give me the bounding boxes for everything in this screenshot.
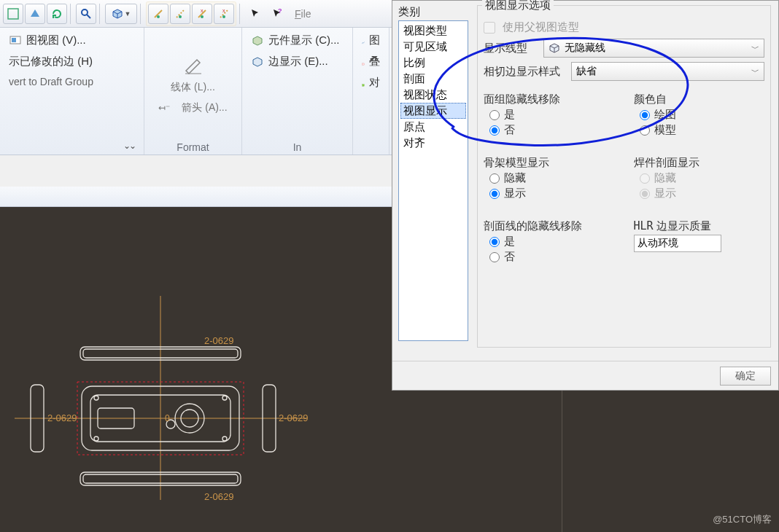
toolbar-slash-4[interactable]: x: [214, 4, 234, 24]
ribbon-show-modified-edges[interactable]: 示已修改的边 (H): [6, 53, 138, 70]
tangent-dropdown[interactable]: 缺省 ﹀: [571, 62, 764, 81]
svg-point-7: [179, 15, 182, 18]
line-type-label: 显示线型: [484, 42, 536, 55]
color-from-title: 颜色自: [634, 93, 765, 106]
cat-align[interactable]: 对齐: [400, 135, 466, 151]
panel-title-1: [6, 151, 138, 153]
cat-view-type[interactable]: 视图类型: [400, 23, 466, 39]
dim-label-right: 2-0629: [279, 412, 308, 423]
categories-label: 类别: [398, 5, 468, 19]
toolbar-btn-1[interactable]: [3, 4, 23, 24]
svg-point-34: [222, 396, 227, 400]
ribbon-line-style[interactable]: 线体 (L)...: [168, 79, 218, 95]
ribbon-p4-1[interactable]: 图: [359, 32, 383, 49]
panel-title-3: In: [248, 139, 346, 153]
svg-text:x: x: [201, 8, 204, 13]
svg-line-3: [87, 15, 90, 18]
ok-button[interactable]: 确定: [720, 367, 771, 386]
line-type-dropdown[interactable]: 无隐藏线 ﹀: [543, 39, 764, 58]
view-display-dialog: 类别 视图类型 可见区域 比例 剖面 视图状态 视图显示 原点 对齐 视图显示选…: [392, 0, 779, 391]
toolbar-btn-cube[interactable]: ▼: [105, 4, 137, 24]
cat-view-state[interactable]: 视图状态: [400, 87, 466, 103]
toolbar-pointer[interactable]: [245, 4, 266, 24]
weld-show: 显示: [640, 187, 765, 200]
toolbar-help[interactable]: ?: [267, 4, 287, 24]
ribbon-p4-3[interactable]: 对: [359, 74, 383, 91]
facet-hidden-title: 面组隐藏线移除: [484, 93, 615, 106]
cat-scale[interactable]: 比例: [400, 55, 466, 71]
panel-expand-1[interactable]: ⌄⌄: [6, 141, 138, 151]
weld-hide: 隐藏: [640, 171, 765, 185]
chevron-down-icon: ﹀: [751, 43, 759, 54]
svg-text:x: x: [222, 8, 225, 13]
color-model[interactable]: 模型: [640, 123, 765, 137]
skel-title: 骨架模型显示: [484, 156, 615, 170]
cube-icon: [549, 42, 560, 54]
ribbon-edge-display[interactable]: 边显示 (E)...: [248, 53, 346, 70]
facet-yes[interactable]: 是: [489, 108, 615, 122]
file-menu[interactable]: FFileile: [295, 8, 311, 20]
tangent-label: 相切边显示样式: [484, 65, 564, 79]
cat-visible-area[interactable]: 可见区域: [400, 39, 466, 55]
pencil-icon: [182, 56, 204, 75]
cat-section[interactable]: 剖面: [400, 71, 466, 87]
svg-rect-16: [12, 38, 16, 42]
svg-point-36: [222, 437, 227, 441]
weld-title: 焊件剖面显示: [634, 156, 765, 170]
group-title: 视图显示选项: [482, 0, 554, 12]
category-list[interactable]: 视图类型 可见区域 比例 剖面 视图状态 视图显示 原点 对齐: [398, 20, 468, 341]
svg-point-10: [201, 15, 204, 18]
sect-no[interactable]: 否: [489, 250, 615, 264]
chevron-down-icon: ﹀: [751, 66, 759, 77]
svg-point-33: [94, 396, 98, 400]
ribbon-component-display[interactable]: 元件显示 (C)...: [248, 32, 346, 49]
toolbar-slash-group: x x: [146, 1, 236, 26]
svg-text:?: ?: [278, 8, 282, 15]
sect-yes[interactable]: 是: [489, 235, 615, 249]
cad-drawing: 2-0629 2-0629 2-0629 0 2-0629: [15, 252, 321, 515]
svg-point-13: [222, 15, 225, 18]
color-draw[interactable]: 绘图: [640, 108, 765, 122]
section-hidden-title: 剖面线的隐藏线移除: [484, 219, 615, 233]
cat-view-display[interactable]: 视图显示: [400, 103, 466, 119]
toolbar-slash-3[interactable]: x: [192, 4, 212, 24]
svg-point-2: [82, 9, 88, 15]
use-parent-checkbox: [484, 22, 495, 34]
panel-title-2: Format: [150, 139, 236, 153]
svg-marker-1: [31, 9, 39, 17]
svg-rect-19: [363, 84, 365, 86]
cat-origin[interactable]: 原点: [400, 119, 466, 135]
skel-show[interactable]: 显示: [489, 187, 615, 200]
svg-point-5: [157, 15, 160, 18]
hlr-input[interactable]: [634, 235, 721, 252]
svg-rect-0: [8, 9, 18, 19]
toolbar-btn-zoom[interactable]: [76, 4, 96, 24]
use-parent-label: 使用父视图造型: [503, 20, 579, 34]
dim-label-left: 2-0629: [47, 412, 77, 423]
ribbon-drawing-view[interactable]: 图视图 (V)...: [6, 32, 138, 49]
svg-text:0: 0: [165, 413, 170, 423]
toolbar-btn-2[interactable]: [25, 4, 45, 24]
ribbon-convert-draft[interactable]: vert to Draft Group: [6, 74, 138, 89]
svg-point-35: [94, 437, 98, 441]
toolbar-btn-refresh[interactable]: [47, 4, 67, 24]
ribbon-arrow[interactable]: ↤⁻ 箭头 (A)...: [155, 100, 230, 116]
svg-rect-18: [362, 63, 364, 64]
dim-label-bottom: 2-0629: [204, 491, 233, 502]
toolbar-slash-1[interactable]: [148, 4, 168, 24]
dim-label-top: 2-0629: [204, 335, 233, 346]
facet-no[interactable]: 否: [489, 123, 615, 137]
ribbon-p4-2[interactable]: 叠: [359, 53, 383, 70]
hlr-label: HLR HLR 边显示质量边显示质量: [634, 219, 765, 233]
skel-hide[interactable]: 隐藏: [489, 171, 615, 185]
toolbar-slash-2[interactable]: [170, 4, 190, 24]
watermark: @51CTO博客: [713, 513, 772, 526]
